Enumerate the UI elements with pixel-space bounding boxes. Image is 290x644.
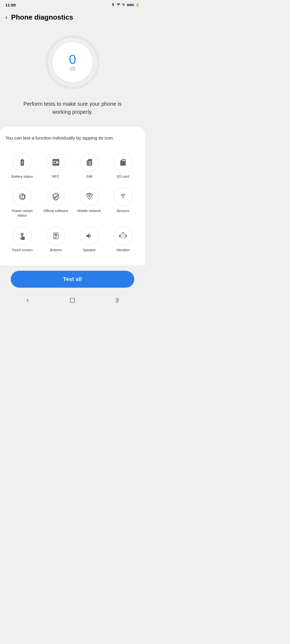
sd-card-label: SD card	[117, 174, 129, 179]
vibration-icon-circle	[114, 226, 132, 245]
svg-line-68	[51, 46, 52, 48]
nav-bar	[0, 293, 145, 310]
svg-line-36	[80, 86, 81, 88]
sensors-icon-circle	[114, 187, 132, 206]
svg-line-9	[89, 42, 90, 43]
signal-icon	[122, 3, 126, 7]
battery-status-item[interactable]: Battery status	[5, 149, 39, 184]
nfc-label: NFC	[52, 174, 59, 179]
wifi-icon	[116, 3, 121, 7]
svg-line-28	[92, 77, 94, 78]
sd-card-item[interactable]: SD card	[106, 149, 140, 184]
mobile-network-item[interactable]: Mobile network	[73, 184, 106, 223]
svg-line-79	[70, 35, 71, 38]
svg-line-34	[84, 84, 85, 86]
power-restart-label: Power restart status	[7, 209, 37, 218]
svg-line-64	[47, 54, 49, 54]
header: ‹ Phone diagnostics	[0, 9, 145, 25]
svg-line-76	[64, 37, 65, 39]
svg-line-70	[53, 43, 55, 45]
svg-line-77	[66, 36, 67, 38]
svg-line-41	[70, 87, 71, 89]
svg-line-50	[53, 80, 55, 81]
sensors-item[interactable]: Sensors	[106, 184, 140, 223]
svg-line-3	[78, 36, 79, 38]
svg-line-55	[48, 72, 50, 72]
svg-line-16	[96, 54, 98, 54]
buttons-icon-circle	[46, 226, 65, 245]
status-time: 11:05	[5, 3, 16, 7]
svg-line-24	[96, 70, 98, 70]
power-restart-icon-circle	[13, 187, 32, 206]
svg-line-19	[97, 60, 99, 60]
svg-line-47	[59, 83, 60, 85]
svg-line-26	[95, 74, 96, 75]
nav-home-button[interactable]	[70, 297, 75, 305]
nfc-icon-circle	[46, 153, 65, 172]
battery-status-icon: 84%	[127, 3, 134, 7]
nav-back-button[interactable]	[25, 297, 31, 305]
svg-point-82	[89, 196, 90, 197]
svg-line-42	[68, 87, 68, 89]
svg-line-2	[76, 36, 77, 38]
svg-line-4	[80, 37, 81, 39]
svg-line-32	[87, 82, 88, 84]
gauge-outer: 0 /22	[43, 33, 102, 92]
official-software-label: Official software	[43, 209, 68, 213]
svg-line-78	[68, 36, 68, 38]
power-restart-item[interactable]: Power restart status	[5, 184, 39, 223]
svg-line-27	[93, 75, 95, 76]
sd-card-icon-circle	[114, 153, 132, 172]
buttons-item[interactable]: Buttons	[39, 223, 73, 257]
svg-line-72	[57, 41, 58, 42]
svg-point-83	[122, 197, 124, 198]
mobile-network-icon-circle	[80, 187, 99, 206]
touch-screen-item[interactable]: Touch screen	[5, 223, 39, 257]
svg-line-18	[97, 58, 99, 58]
svg-line-22	[97, 66, 99, 66]
sensors-label: Sensors	[117, 209, 129, 213]
svg-line-33	[85, 83, 86, 85]
gauge-section: 0 /22 Perform tests to make sure your ph…	[0, 25, 145, 124]
gauge-description: Perform tests to make sure your phone is…	[13, 100, 132, 116]
svg-line-39	[74, 87, 75, 89]
svg-point-81	[22, 194, 23, 195]
official-software-item[interactable]: Official software	[39, 184, 73, 223]
gauge-inner: 0 /22	[52, 42, 93, 82]
svg-line-74	[60, 38, 61, 40]
sim-label: SIM	[86, 174, 92, 179]
svg-line-66	[49, 50, 50, 51]
svg-line-69	[52, 45, 54, 46]
test-all-button[interactable]: Test all	[11, 271, 134, 288]
official-software-icon-circle	[46, 187, 65, 206]
svg-line-63	[46, 56, 49, 57]
svg-line-58	[46, 66, 48, 66]
svg-line-61	[46, 60, 48, 60]
vibration-item[interactable]: Vibration	[106, 223, 140, 257]
svg-line-71	[55, 42, 56, 43]
svg-line-48	[57, 82, 58, 84]
svg-line-37	[78, 86, 79, 88]
svg-line-46	[60, 84, 61, 86]
nav-recents-button[interactable]	[114, 297, 120, 305]
back-button[interactable]: ‹	[5, 14, 7, 21]
svg-line-52	[51, 77, 52, 78]
svg-line-53	[50, 75, 52, 76]
speaker-label: Speaker	[83, 248, 96, 253]
buttons-label: Buttons	[50, 248, 61, 253]
sim-icon-circle	[80, 153, 99, 172]
status-icons: 84% 🔋	[111, 3, 140, 7]
svg-line-5	[82, 38, 83, 39]
battery-status-icon-circle	[13, 153, 32, 172]
svg-line-56	[47, 70, 49, 70]
svg-line-43	[66, 86, 67, 88]
svg-line-21	[97, 64, 99, 64]
svg-line-12	[92, 46, 94, 48]
svg-line-29	[91, 78, 93, 80]
speaker-item[interactable]: Speaker	[73, 223, 106, 257]
svg-line-65	[48, 52, 50, 53]
nfc-item[interactable]: NFC	[39, 149, 73, 184]
sim-item[interactable]: SIM	[73, 149, 106, 184]
svg-line-6	[84, 38, 85, 40]
bluetooth-icon	[111, 3, 115, 7]
